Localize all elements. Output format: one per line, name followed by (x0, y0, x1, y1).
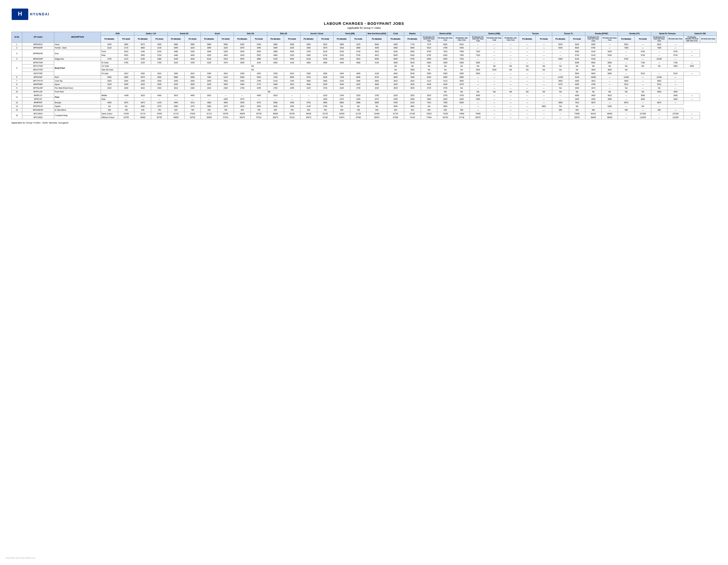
cell-val: 4140 (284, 61, 300, 64)
th-eon: EON (101, 32, 134, 36)
cell-val: 3640 (300, 83, 317, 86)
cell-desc: Cowl Top (54, 79, 101, 83)
cell-val: 4665 (118, 75, 134, 79)
cell-val: 4500 (569, 83, 585, 86)
cell-val: NA (635, 105, 651, 108)
cell-val: 4450 (251, 94, 267, 97)
cell-val: — (502, 116, 519, 119)
cell-val: 6830 (454, 101, 470, 105)
page-container: H HYUNDAI LABOUR CHARGES - BODYPAINT JOB… (6, 6, 722, 127)
cell-val: — (502, 101, 519, 105)
cell-val: 6285 (234, 75, 251, 79)
cell-val: 925 (101, 108, 118, 112)
cell-val: 2935 (201, 79, 218, 83)
cell-val: 4830 (317, 61, 333, 64)
cell-val: — (536, 53, 552, 57)
cell-val: 9740 (618, 57, 635, 61)
cell-val: — (635, 42, 651, 46)
cell-val: NA (118, 64, 387, 68)
cell-val: 2825 (437, 97, 453, 101)
cell-val: 4065 (569, 94, 585, 97)
cell-val: 5085 (284, 42, 300, 46)
cell-val: 3225 (284, 46, 300, 50)
cell-val: — (684, 61, 700, 64)
cell-val: 3705 (421, 86, 437, 90)
cell-val: 3580 (602, 97, 618, 101)
cell-val: — (651, 53, 667, 57)
cell-val: — (519, 97, 536, 101)
cell-val: 5440 (251, 75, 267, 79)
cell-val: — (470, 105, 486, 108)
cell-val: 45655 (201, 116, 218, 119)
cell-val: 50755 (251, 112, 267, 116)
cell-val: 52490 (367, 112, 387, 116)
cell-val: — (618, 94, 635, 97)
cell-val: 3485 (267, 83, 284, 86)
cell-val: NA (552, 86, 569, 90)
cell-val: 97730 (454, 116, 470, 119)
cell-val: 3040 (333, 83, 350, 86)
cell-val: 7060 (201, 75, 218, 79)
cell-val: 5440 (454, 46, 470, 50)
cell-val: — (651, 72, 667, 75)
cell-val: 7030 (267, 75, 284, 79)
cell-sr: 15 (12, 108, 22, 112)
cell-val: 9815 (618, 42, 635, 46)
cell-val: 3600 (602, 68, 618, 72)
cell-val: 3600 (454, 79, 470, 83)
cell-val: 4795 (300, 50, 317, 54)
cell-val: 3915 (167, 94, 184, 97)
cell-val: 90730 (437, 116, 453, 119)
cell-val: 2635 (218, 83, 234, 86)
cell-val: 925 (201, 108, 218, 112)
table-row: 1 BPRH001F Hood 4545 3850 5675 4990 5880… (12, 42, 717, 46)
cell-val: 3540 (234, 79, 251, 83)
cell-val: 5085 (184, 75, 201, 79)
cell-op: BPSVMO3F (22, 108, 54, 112)
cell-val: 925 (267, 108, 284, 112)
cell-val: — (519, 46, 536, 50)
cell-val: 47025 (118, 112, 134, 116)
cell-val: — (470, 86, 486, 90)
cell-val: 2300 (184, 86, 201, 90)
cell-val: 5210 (618, 83, 635, 86)
cell-val: — (502, 86, 519, 90)
th-elantra-pu-met: PU-Metallic (404, 35, 421, 42)
cell-val: 4335 (234, 53, 251, 57)
cell-val: 9740 (667, 53, 683, 57)
cell-val: 3785 (118, 61, 134, 64)
cell-op: BPROO6F (22, 75, 54, 79)
cell-val: 4300 (300, 46, 317, 50)
cell-val: 2510 (284, 83, 300, 86)
cell-val: 995 (585, 108, 601, 112)
th-getz-pu-sol: PU-Solid (251, 35, 267, 42)
cell-sr: 14 (12, 105, 22, 108)
cell-val: 7740 (404, 42, 421, 46)
cell-val: — (536, 83, 552, 86)
hyundai-logo-icon: H (11, 9, 29, 20)
cell-val: 3600 (552, 79, 569, 83)
cell-val: 2810 (251, 72, 267, 75)
cell-val: 2990 (317, 79, 333, 83)
cell-val: 45635 (300, 112, 317, 116)
cell-val: — (502, 108, 519, 112)
cell-val: 4930 (651, 90, 667, 94)
th-xcent: Xcent (201, 32, 234, 36)
cell-val: 3225 (134, 61, 151, 64)
cell-op: BPRRD03F (22, 50, 54, 57)
cell-val: 5365 (454, 72, 470, 75)
th-santro: Santro / i10 (134, 32, 167, 36)
cell-val: 5210 (635, 72, 651, 75)
cell-val: 50755 (284, 112, 300, 116)
cell-val: 3450 (569, 97, 585, 101)
table-row: BPCOT05F Ctr Outer NA NA NA NA NA NA NA … (12, 64, 717, 68)
cell-val: — (651, 105, 667, 108)
cell-val: 8875 (618, 101, 635, 105)
cell-op: BPRH001F (22, 42, 54, 46)
cell-val: — (470, 42, 486, 46)
cell-val: NA (486, 64, 502, 68)
cell-val: — (502, 46, 519, 50)
page-subtitle: Applicable for Group I+ Cities (11, 27, 717, 29)
cell-val: — (618, 105, 635, 108)
cell-val: 9280 (569, 50, 585, 54)
